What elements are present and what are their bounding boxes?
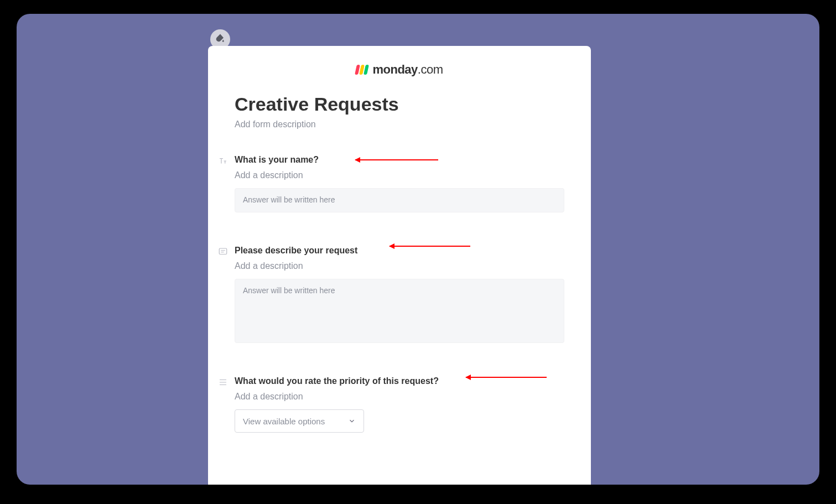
question-description-input[interactable]: Add a description [235, 170, 564, 180]
monday-logo-marks-icon [356, 65, 368, 75]
question-title[interactable]: Please describe your request [235, 246, 357, 256]
answer-textarea[interactable]: Answer will be written here [235, 279, 564, 343]
annotation-arrow-icon [355, 159, 438, 160]
brand-logo-text: monday.com [372, 63, 443, 77]
question-name: What is your name? Add a description Ans… [235, 155, 564, 212]
form-card: monday.com Creative Requests Add form de… [208, 46, 591, 485]
text-type-icon [218, 156, 228, 166]
paint-bucket-icon [215, 33, 225, 45]
form-title[interactable]: Creative Requests [235, 93, 564, 115]
question-description-input[interactable]: Add a description [235, 261, 564, 271]
annotation-arrow-icon [390, 246, 470, 247]
app-window: monday.com Creative Requests Add form de… [17, 14, 819, 485]
question-title[interactable]: What is your name? [235, 155, 319, 165]
question-priority: What would you rate the priority of this… [235, 376, 564, 433]
brand-logo: monday.com [235, 63, 564, 77]
svg-rect-0 [219, 248, 227, 254]
question-description-input[interactable]: Add a description [235, 392, 564, 402]
question-title[interactable]: What would you rate the priority of this… [235, 376, 439, 386]
list-icon [218, 377, 228, 387]
answer-text-input[interactable]: Answer will be written here [235, 188, 564, 212]
chevron-down-icon [348, 417, 356, 425]
annotation-arrow-icon [466, 377, 547, 378]
long-text-icon [218, 247, 228, 257]
form-description-input[interactable]: Add form description [235, 119, 564, 129]
select-placeholder: View available options [243, 417, 325, 426]
priority-select[interactable]: View available options [235, 409, 364, 433]
question-describe-request: Please describe your request Add a descr… [235, 246, 564, 343]
